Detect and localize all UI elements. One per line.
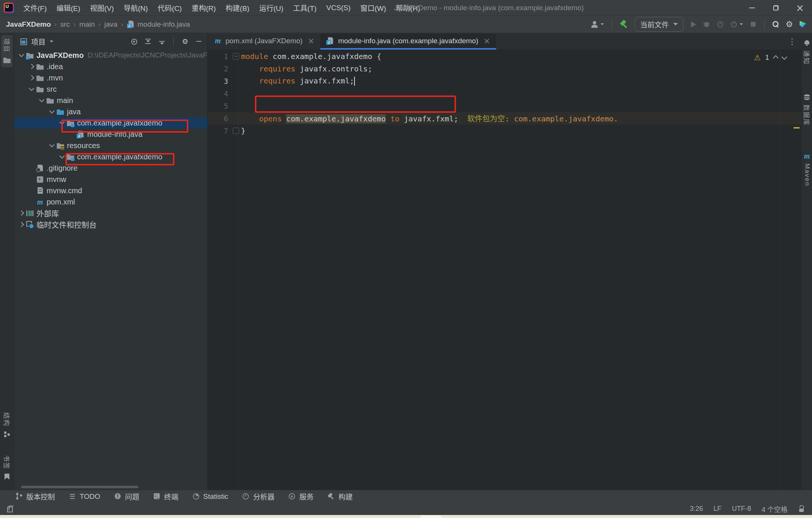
chevron-collapsed-icon[interactable] [29, 64, 34, 69]
tool-window-button-版本控制[interactable]: 版本控制 [8, 490, 62, 503]
build-project-button[interactable] [619, 20, 629, 29]
fold-marker-icon[interactable] [233, 127, 239, 134]
breadcrumb-item-0[interactable]: JavaFXDemo [6, 20, 51, 29]
tab-options-icon[interactable]: ⋮ [783, 33, 801, 50]
fold-marker-icon[interactable]: − [233, 53, 239, 59]
run-button[interactable] [689, 20, 697, 28]
error-stripe-warning-mark[interactable] [794, 127, 800, 129]
profiler-button[interactable] [716, 20, 724, 28]
chevron-expanded-icon[interactable] [39, 97, 44, 102]
tool-stripe-button-项目[interactable]: 项目 [1, 35, 13, 67]
menubar-item-8[interactable]: 工具(T) [288, 0, 321, 15]
panel-options-button[interactable]: ⚙ [181, 38, 189, 45]
chevron-expanded-icon[interactable] [49, 142, 55, 147]
next-warning-button[interactable] [782, 54, 788, 60]
collapse-all-button[interactable] [158, 38, 166, 45]
tool-window-button-TODO[interactable]: TODO [62, 490, 107, 503]
menubar-item-1[interactable]: 编辑(E) [52, 0, 85, 15]
menubar-item-5[interactable]: 重构(R) [187, 0, 221, 15]
menubar-item-10[interactable]: 窗口(W) [355, 0, 391, 15]
tool-stripe-button-结构[interactable]: 结构 [1, 409, 13, 441]
run-configuration-dropdown[interactable]: 当前文件 [635, 17, 683, 32]
search-everywhere-button[interactable] [772, 20, 780, 28]
inspection-widget[interactable]: ⚠ 1 [754, 53, 786, 62]
tree-item-resources[interactable]: resources [14, 140, 208, 151]
close-button[interactable]: × [788, 0, 812, 15]
tool-stripe-button-通知[interactable]: 通知 [801, 36, 812, 68]
menubar-item-4[interactable]: 代码(C) [153, 0, 186, 15]
settings-button[interactable]: ⚙ [785, 20, 793, 28]
user-menu-button[interactable] [591, 20, 604, 28]
breadcrumb-item-4[interactable]: module-info.java [127, 20, 190, 29]
menubar-item-7[interactable]: 运行(U) [254, 0, 288, 15]
tab-close-icon[interactable]: × [308, 36, 315, 45]
tool-stripe-label: 书签 [2, 455, 12, 470]
breadcrumb-item-3[interactable]: java [104, 20, 117, 29]
tool-window-button-Statistic[interactable]: Statistic [185, 490, 235, 503]
tree-item-mvnw.cmd[interactable]: mvnw.cmd [14, 185, 208, 196]
tree-item-.mvn[interactable]: .mvn [14, 72, 208, 83]
menubar-item-3[interactable]: 导航(N) [119, 0, 153, 15]
chevron-collapsed-icon[interactable] [19, 211, 24, 216]
code-segment-keyword: requires [259, 64, 300, 73]
code-editor[interactable]: ⚠ 1 1−module com.example.javafxdemo {2 r… [208, 50, 801, 490]
chevron-expanded-icon[interactable] [19, 52, 24, 57]
select-opened-file-button[interactable] [130, 38, 138, 45]
tree-item-.idea[interactable]: .idea [14, 61, 208, 72]
menubar-item-6[interactable]: 构建(B) [221, 0, 254, 15]
menubar-item-0[interactable]: 文件(F) [18, 0, 52, 15]
assistant-plugin-icon[interactable] [799, 20, 807, 28]
encoding-widget[interactable]: UTF-8 [732, 505, 751, 513]
tree-item-临时文件和控制台[interactable]: 临时文件和控制台 [14, 219, 208, 230]
horizontal-scrollbar[interactable] [21, 486, 138, 488]
tree-item-main[interactable]: main [14, 95, 208, 106]
debug-button[interactable] [703, 20, 710, 28]
tool-stripe-button-数据库[interactable]: 数据库 [801, 90, 812, 129]
tool-window-button-终端[interactable]: 终端 [146, 490, 185, 503]
chevron-expanded-icon[interactable] [59, 153, 65, 159]
breadcrumb-item-1[interactable]: src [61, 20, 70, 29]
chevron-expanded-icon[interactable] [29, 86, 34, 91]
chevron-expanded-icon[interactable] [49, 108, 55, 114]
tool-window-button-构建[interactable]: 构建 [320, 490, 359, 503]
previous-warning-button[interactable] [773, 55, 779, 61]
minimize-button[interactable] [740, 0, 764, 15]
more-run-options-button[interactable] [730, 20, 744, 28]
tool-window-button-问题[interactable]: 问题 [107, 490, 146, 503]
stop-button[interactable] [749, 20, 757, 28]
tree-item-pom.xml[interactable]: mpom.xml [14, 196, 208, 208]
restore-button[interactable] [764, 0, 788, 15]
code-line-7[interactable]: 7} [208, 124, 801, 137]
tree-item-src[interactable]: src [14, 83, 208, 95]
layout-icon[interactable] [6, 505, 14, 513]
breadcrumb-item-2[interactable]: main [79, 20, 95, 29]
chevron-collapsed-icon[interactable] [19, 222, 24, 227]
tree-item-java[interactable]: java [14, 106, 208, 117]
menubar-item-2[interactable]: 视图(V) [85, 0, 119, 15]
code-line-1[interactable]: 1−module com.example.javafxdemo { [208, 50, 801, 62]
profiler-icon [242, 492, 250, 500]
editor-tab-0[interactable]: mpom.xml (JavaFXDemo)× [208, 33, 320, 50]
tool-stripe-button-Maven[interactable]: mMaven [802, 149, 812, 190]
hide-panel-button[interactable] [195, 38, 203, 45]
code-line-2[interactable]: 2 requires javafx.controls; [208, 62, 801, 75]
editor-tab-1[interactable]: module-info.java (com.example.javafxdemo… [320, 33, 496, 50]
indent-widget[interactable]: 4 个空格 [762, 504, 788, 514]
tab-close-icon[interactable]: × [483, 36, 490, 45]
code-line-6[interactable]: 6 opens com.example.javafxdemo to javafx… [208, 112, 801, 124]
chevron-collapsed-icon[interactable] [29, 75, 34, 80]
tool-window-button-分析器[interactable]: 分析器 [235, 490, 281, 503]
expand-all-button[interactable] [144, 38, 152, 45]
tool-window-button-服务[interactable]: 服务 [281, 490, 320, 503]
chevron-down-icon[interactable] [50, 41, 53, 43]
menubar-item-9[interactable]: VCS(S) [321, 0, 355, 15]
caret-position-widget[interactable]: 3:26 [690, 505, 703, 513]
tree-item-mvnw[interactable]: mvnw [14, 174, 208, 185]
project-panel-title[interactable]: 项目 [31, 36, 45, 47]
code-line-3[interactable]: 3 requires javafx.fxml; [208, 75, 801, 87]
breadcrumb-label: src [61, 20, 70, 29]
tree-item-JavaFXDemo[interactable]: JavaFXDemoD:\IDEAProjects\JCNCProjects\J… [14, 50, 208, 61]
line-separator-widget[interactable]: LF [714, 505, 721, 513]
tool-stripe-button-书签[interactable]: 书签 [1, 452, 13, 484]
tree-item-外部库[interactable]: 外部库 [14, 208, 208, 219]
